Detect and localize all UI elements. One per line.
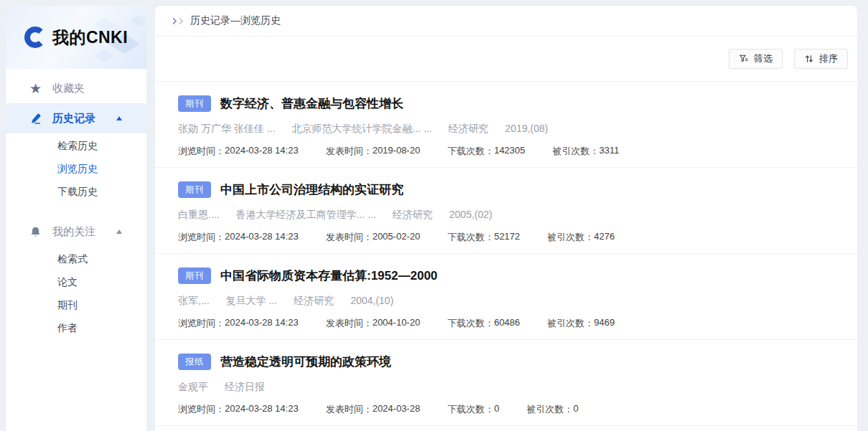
meta-row: 浏览时间：2024-03-28 14:23 发表时间：2019-08-20 下载…	[178, 145, 834, 158]
sidebar-item-download-history[interactable]: 下载历史	[6, 181, 146, 204]
authors[interactable]: 张军,...	[178, 295, 210, 308]
sidebar-item-browse-history[interactable]: 浏览历史	[6, 158, 146, 181]
page-title: 历史记录—浏览历史	[190, 14, 281, 27]
article-title[interactable]: 营造稳定透明可预期的政策环境	[220, 354, 391, 370]
citations-label: 被引次数：	[547, 317, 594, 330]
sort-icon	[804, 54, 814, 64]
citations-value: 3311	[599, 145, 620, 158]
filter-button[interactable]: 筛选	[729, 49, 783, 69]
cnki-logo-icon	[24, 27, 46, 48]
history-sub-list: 检索历史 浏览历史 下载历史	[6, 133, 146, 209]
list-item: 期刊 中国上市公司治理结构的实证研究 白重恩.... 香港大学经济及工商管理学.…	[155, 168, 857, 254]
citations-value: 0	[573, 403, 578, 416]
downloads-label: 下载次数：	[447, 317, 494, 330]
institution[interactable]: 北京师范大学统计学院金融... ...	[291, 123, 431, 136]
follows-sub-list: 检索式 论文 期刊 作者	[6, 247, 146, 346]
published-value: 2005-02-20	[373, 231, 421, 244]
byline: 张勋 万广华 张佳佳 ... 北京师范大学统计学院金融... ... 经济研究 …	[178, 123, 834, 136]
list-item: 期刊 数字经济、普惠金融与包容性增长 张勋 万广华 张佳佳 ... 北京师范大学…	[155, 82, 857, 168]
issue: 2019,(08)	[505, 123, 549, 136]
article-title[interactable]: 中国省际物质资本存量估算:1952—2000	[220, 267, 437, 284]
chevron-up-icon[interactable]	[116, 116, 122, 120]
filter-button-label: 筛选	[754, 52, 773, 65]
sort-button-label: 排序	[819, 52, 838, 65]
sub-item-label: 期刊	[57, 299, 78, 312]
toolbar: 筛选 排序	[155, 37, 857, 82]
meta-row: 浏览时间：2024-03-28 14:23 发表时间：2004-10-20 下载…	[178, 317, 834, 330]
published-label: 发表时间：	[326, 145, 373, 158]
institution[interactable]: 香港大学经济及工商管理学... ...	[236, 209, 376, 222]
citations-label: 被引次数：	[553, 145, 599, 158]
sidebar-item-history[interactable]: 历史记录	[6, 103, 146, 133]
viewed-value: 2024-03-28 14:23	[225, 231, 299, 244]
sidebar-item-label: 我的关注	[52, 225, 95, 239]
type-badge: 期刊	[178, 267, 211, 284]
sidebar-item-search-history[interactable]: 检索历史	[6, 135, 146, 158]
viewed-label: 浏览时间：	[178, 403, 225, 416]
type-badge: 期刊	[178, 95, 211, 112]
viewed-value: 2024-03-28 14:23	[225, 403, 299, 416]
sidebar-item-authors[interactable]: 作者	[6, 317, 146, 340]
meta-row: 浏览时间：2024-03-28 14:23 发表时间：2024-03-28 下载…	[178, 403, 834, 416]
citations-label: 被引次数：	[526, 403, 573, 416]
viewed-value: 2024-03-28 14:23	[225, 145, 299, 158]
decor-cube	[95, 49, 114, 62]
sort-button[interactable]: 排序	[794, 49, 848, 69]
source[interactable]: 经济研究	[294, 295, 334, 308]
sidebar-item-journals[interactable]: 期刊	[6, 294, 146, 317]
filter-icon	[739, 54, 749, 64]
downloads-value: 142305	[494, 145, 525, 158]
citations-value: 4276	[594, 231, 615, 244]
issue: 2005,(02)	[449, 209, 493, 222]
article-title[interactable]: 数字经济、普惠金融与包容性增长	[220, 95, 403, 112]
history-list: 期刊 数字经济、普惠金融与包容性增长 张勋 万广华 张佳佳 ... 北京师范大学…	[155, 82, 857, 426]
list-item: 报纸 营造稳定透明可预期的政策环境 金观平 经济日报 浏览时间：2024-03-…	[155, 340, 857, 426]
downloads-label: 下载次数：	[447, 145, 494, 158]
logo-title: 我的CNKI	[52, 27, 128, 49]
main-panel: 历史记录—浏览历史 筛选 排序 期刊 数字经济、普惠金融与包容性增长	[155, 6, 857, 431]
sidebar-item-papers[interactable]: 论文	[6, 271, 146, 294]
source[interactable]: 经济研究	[393, 209, 433, 222]
decor-cube	[130, 15, 146, 27]
authors[interactable]: 白重恩....	[178, 209, 220, 222]
viewed-label: 浏览时间：	[178, 145, 225, 158]
sidebar: 我的CNKI ★ 收藏夹 历史记录 检索历史 浏览历史 下载历史	[6, 6, 146, 431]
authors[interactable]: 张勋 万广华 张佳佳 ...	[178, 123, 275, 136]
viewed-label: 浏览时间：	[178, 231, 225, 244]
list-item: 期刊 中国省际物质资本存量估算:1952—2000 张军,... 复旦大学 ..…	[155, 254, 857, 340]
issue: 2004,(10)	[350, 295, 393, 308]
published-label: 发表时间：	[326, 231, 373, 244]
sub-item-label: 检索历史	[57, 140, 98, 153]
sub-item-label: 论文	[57, 276, 78, 289]
viewed-label: 浏览时间：	[178, 317, 225, 330]
viewed-value: 2024-03-28 14:23	[225, 317, 299, 330]
sub-item-label: 下载历史	[57, 186, 98, 199]
chevron-up-icon[interactable]	[116, 229, 122, 234]
byline: 张军,... 复旦大学 ... 经济研究 2004,(10)	[178, 295, 834, 308]
institution[interactable]: 经济日报	[225, 381, 265, 394]
sub-item-label: 浏览历史	[57, 163, 98, 176]
star-icon: ★	[29, 82, 42, 95]
sidebar-item-follows[interactable]: 我的关注	[6, 217, 146, 247]
article-title[interactable]: 中国上市公司治理结构的实证研究	[220, 181, 403, 198]
published-value: 2024-03-28	[373, 403, 421, 416]
published-value: 2019-08-20	[373, 145, 421, 158]
citations-value: 9469	[594, 317, 615, 330]
sidebar-nav: ★ 收藏夹 历史记录 检索历史 浏览历史 下载历史	[6, 69, 146, 346]
pen-icon	[29, 113, 42, 125]
published-label: 发表时间：	[326, 317, 373, 330]
institution[interactable]: 复旦大学 ...	[226, 295, 278, 308]
meta-row: 浏览时间：2024-03-28 14:23 发表时间：2005-02-20 下载…	[178, 231, 834, 244]
downloads-value: 60486	[494, 317, 520, 330]
double-chevron-icon	[171, 19, 182, 24]
sidebar-item-search-expression[interactable]: 检索式	[6, 248, 146, 271]
source[interactable]: 经济研究	[449, 123, 489, 136]
type-badge: 期刊	[178, 181, 211, 198]
published-label: 发表时间：	[326, 403, 373, 416]
downloads-label: 下载次数：	[447, 403, 494, 416]
logo-header: 我的CNKI	[6, 6, 146, 69]
authors[interactable]: 金观平	[178, 381, 208, 394]
sidebar-item-favorites[interactable]: ★ 收藏夹	[6, 73, 146, 103]
breadcrumb: 历史记录—浏览历史	[155, 6, 857, 37]
sidebar-item-label: 历史记录	[52, 112, 95, 125]
